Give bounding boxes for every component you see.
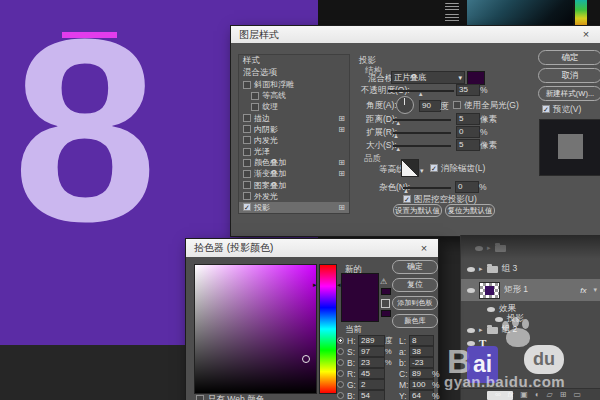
pattern-overlay-checkbox[interactable] <box>243 181 251 189</box>
size-slider[interactable]: ▲ <box>393 145 451 147</box>
satin-checkbox[interactable] <box>243 148 251 156</box>
styles-header[interactable]: 样式 <box>239 55 349 67</box>
angle-input[interactable]: 90 <box>419 100 441 112</box>
opacity-input[interactable]: 35 <box>456 84 480 96</box>
hue-slider[interactable] <box>319 264 337 394</box>
bevel-checkbox[interactable] <box>243 81 251 89</box>
link-icon[interactable]: ∞ <box>495 390 501 399</box>
inner-glow-checkbox[interactable] <box>243 136 251 144</box>
ok-button[interactable]: 确定 <box>538 50 600 65</box>
style-item-outer-glow[interactable]: 外发光 <box>239 191 349 202</box>
noise-slider[interactable]: ▲ <box>403 187 451 189</box>
close-icon[interactable]: × <box>578 26 594 43</box>
lab-b-input[interactable]: -23 <box>409 357 434 368</box>
picker-ok-button[interactable]: 确定 <box>392 260 438 274</box>
style-item-satin[interactable]: 光泽 <box>239 146 349 157</box>
add-inner-shadow-icon[interactable]: ⊞ <box>338 125 345 134</box>
style-item-color-overlay[interactable]: 颜色叠加⊞ <box>239 157 349 168</box>
picker-reset-button[interactable]: 复位 <box>392 278 438 292</box>
style-item-texture[interactable]: 纹理 <box>239 101 349 112</box>
add-drop-shadow-icon[interactable]: ⊞ <box>338 203 345 212</box>
contour-chevron-icon[interactable]: ▾ <box>420 167 424 175</box>
layer-row-group-3[interactable]: ▸ 组 3 <box>461 263 600 275</box>
b2-input[interactable]: 54 <box>358 390 385 400</box>
new-style-button[interactable]: 新建样式(W)... <box>538 86 600 101</box>
m-input[interactable]: 100 <box>409 379 434 390</box>
y-input[interactable]: 64 <box>409 390 434 400</box>
mask-icon[interactable]: ▣ <box>520 390 528 399</box>
angle-dial[interactable] <box>396 96 414 114</box>
make-default-button[interactable]: 设置为默认值 <box>393 204 442 217</box>
layer-thumbnail[interactable] <box>479 282 500 299</box>
style-item-drop-shadow[interactable]: ✓投影⊞ <box>239 202 349 213</box>
outer-glow-checkbox[interactable] <box>243 192 251 200</box>
hue-ramp-strip[interactable] <box>575 0 587 26</box>
l-input[interactable]: 8 <box>409 335 434 346</box>
eye-icon[interactable] <box>495 317 503 322</box>
color-field-marker[interactable] <box>302 355 310 363</box>
g-radio[interactable] <box>337 381 344 388</box>
noise-input[interactable]: 0 <box>455 181 479 193</box>
antialias-checkbox[interactable]: ✓ <box>430 164 438 172</box>
add-color-overlay-icon[interactable]: ⊞ <box>338 158 345 167</box>
eye-icon[interactable] <box>467 267 475 272</box>
h-radio[interactable] <box>337 337 344 344</box>
gamut-warning-swatch[interactable] <box>381 288 391 295</box>
opacity-slider[interactable]: ▲ <box>388 90 454 92</box>
properties-icon[interactable] <box>445 14 459 22</box>
distance-slider[interactable]: ▲ <box>393 119 451 121</box>
fx-badge[interactable]: fx <box>580 286 586 295</box>
style-item-pattern-overlay[interactable]: 图案叠加 <box>239 180 349 191</box>
eye-icon[interactable] <box>487 307 495 312</box>
add-gradient-overlay-icon[interactable]: ⊞ <box>338 169 345 178</box>
style-item-bevel[interactable]: 斜面和浮雕 <box>239 79 349 90</box>
layer-row-text[interactable]: T <box>461 337 600 349</box>
adjustment-icon[interactable]: ◐ <box>535 390 540 399</box>
new-layer-icon[interactable]: ⊞ <box>560 390 567 399</box>
collapse-icon[interactable]: ▸ <box>479 265 483 273</box>
style-item-inner-shadow[interactable]: 内阴影⊞ <box>239 124 349 135</box>
color-picker-titlebar[interactable]: 拾色器 (投影颜色) × <box>186 239 438 257</box>
effects-icon[interactable]: fx <box>508 391 513 398</box>
web-only-checkbox[interactable] <box>196 395 204 400</box>
b2-radio[interactable] <box>337 392 344 399</box>
color-overlay-checkbox[interactable] <box>243 159 251 167</box>
spread-input[interactable]: 0 <box>456 126 480 138</box>
color-libraries-button[interactable]: 颜色库 <box>392 314 438 328</box>
web-safe-cube-icon[interactable] <box>381 299 390 308</box>
pen-icon[interactable] <box>445 3 459 11</box>
size-slider-thumb[interactable]: ▲ <box>395 146 401 152</box>
h-input[interactable]: 289 <box>358 335 385 346</box>
distance-input[interactable]: 5 <box>456 113 480 125</box>
stroke-checkbox[interactable] <box>243 114 251 122</box>
eye-icon[interactable] <box>467 328 475 333</box>
layer-style-titlebar[interactable]: 图层样式 × <box>231 26 600 43</box>
c-input[interactable]: 89 <box>409 368 434 379</box>
trash-icon[interactable]: ▭ <box>573 390 581 399</box>
distance-slider-thumb[interactable]: ▲ <box>395 120 401 126</box>
r-radio[interactable] <box>337 370 344 377</box>
web-safe-swatch[interactable] <box>381 310 391 317</box>
color-field[interactable] <box>194 264 317 394</box>
hue-arrow-right-icon[interactable]: ◂ <box>337 281 341 289</box>
contour-checkbox[interactable] <box>251 92 259 100</box>
opacity-slider-thumb[interactable]: ▲ <box>418 91 424 97</box>
style-item-stroke[interactable]: 描边⊞ <box>239 113 349 124</box>
shadow-color-swatch[interactable] <box>467 71 485 85</box>
hue-arrow-left-icon[interactable]: ▸ <box>313 281 317 289</box>
layer-row-selected[interactable]: 矩形 1 fx ▾ <box>461 279 600 301</box>
gradient-overlay-checkbox[interactable] <box>243 170 251 178</box>
knockout-checkbox[interactable]: ✓ <box>403 195 411 203</box>
size-input[interactable]: 5 <box>456 139 480 151</box>
preview-checkbox[interactable]: ✓ <box>542 105 550 113</box>
layer-row-group-2[interactable]: ▸ 组 2 <box>461 324 600 336</box>
drop-shadow-checkbox[interactable]: ✓ <box>243 203 251 211</box>
texture-checkbox[interactable] <box>251 103 259 111</box>
fx-chevron-icon[interactable]: ▾ <box>593 286 597 294</box>
eye-icon[interactable] <box>467 341 475 346</box>
style-item-gradient-overlay[interactable]: 渐变叠加⊞ <box>239 168 349 179</box>
s-input[interactable]: 97 <box>358 346 385 357</box>
gamut-warning-icon[interactable]: ⚠ <box>380 277 387 286</box>
g-input[interactable]: 2 <box>358 379 385 390</box>
b-input[interactable]: 23 <box>358 357 385 368</box>
